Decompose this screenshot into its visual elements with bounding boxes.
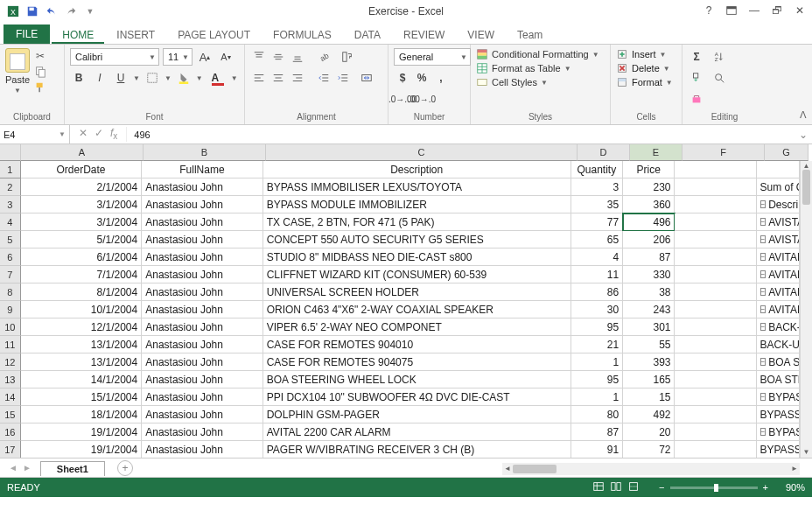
cell-quantity[interactable]: 95 bbox=[571, 318, 623, 336]
chevron-down-icon[interactable]: ▼ bbox=[231, 74, 238, 82]
help-button[interactable]: ? bbox=[702, 4, 716, 19]
delete-cells-button[interactable]: Delete▼ bbox=[616, 62, 676, 74]
header-cell[interactable]: FullName bbox=[142, 161, 262, 178]
cell-name[interactable]: Anastasiou John bbox=[142, 266, 262, 284]
align-left-icon[interactable] bbox=[250, 69, 268, 87]
increase-font-icon[interactable]: A▴ bbox=[196, 48, 214, 66]
sheet-nav-prev-icon[interactable]: ◄ bbox=[9, 463, 18, 472]
align-bottom-icon[interactable] bbox=[289, 48, 306, 66]
cell-group[interactable]: −AVITAL bbox=[757, 248, 801, 266]
select-all-corner[interactable] bbox=[0, 144, 21, 161]
row-header[interactable]: 9 bbox=[0, 301, 21, 318]
cell-price[interactable]: 496 bbox=[623, 214, 675, 231]
cell-quantity[interactable]: 95 bbox=[571, 371, 623, 388]
cell[interactable] bbox=[675, 196, 756, 214]
cell-date[interactable]: 3/1/2004 bbox=[21, 196, 142, 214]
cell-description[interactable]: BYPASS IMMOBILISER LEXUS/TOYOTA bbox=[263, 178, 571, 196]
cell-price[interactable]: 230 bbox=[623, 178, 675, 196]
cell-group[interactable]: −AVITAL 23 bbox=[757, 301, 801, 318]
wrap-text-button[interactable]: Wrap Text bbox=[341, 48, 354, 66]
cell-name[interactable]: Anastasiou John bbox=[142, 178, 262, 196]
paste-button[interactable]: Paste ▼ bbox=[5, 48, 30, 94]
cell-date[interactable]: 19/1/2004 bbox=[21, 441, 142, 458]
cell[interactable] bbox=[675, 371, 756, 388]
cell-price[interactable]: 330 bbox=[623, 266, 675, 284]
cell-description[interactable]: BYPASS MODULE IMMOBILIZER bbox=[263, 196, 571, 214]
cell-description[interactable]: ORION C463 4"X6" 2-WAY COAXIAL SPEAKER bbox=[263, 301, 571, 318]
cell-description[interactable]: CLIFFNET WIZARD KIT (CONSUMER) 60-539 bbox=[263, 266, 571, 284]
borders-icon[interactable] bbox=[144, 69, 161, 87]
tab-team[interactable]: Team bbox=[507, 26, 553, 44]
row-header[interactable]: 13 bbox=[0, 371, 21, 388]
bold-button[interactable]: B bbox=[70, 69, 88, 87]
enter-formula-icon[interactable]: ✓ bbox=[94, 127, 103, 141]
collapse-icon[interactable]: − bbox=[760, 288, 766, 296]
row-header[interactable]: 4 bbox=[0, 214, 21, 231]
cell-group[interactable]: BOA STEE bbox=[757, 371, 801, 388]
cell-quantity[interactable]: 87 bbox=[571, 424, 623, 441]
cell-date[interactable]: 14/1/2004 bbox=[21, 371, 142, 388]
increase-indent-icon[interactable] bbox=[334, 69, 352, 87]
scroll-right-icon[interactable]: ► bbox=[789, 463, 800, 475]
formula-input[interactable]: 496 bbox=[127, 130, 794, 140]
cell[interactable] bbox=[675, 388, 756, 406]
align-middle-icon[interactable] bbox=[270, 48, 287, 66]
cell-name[interactable]: Anastasiou John bbox=[142, 231, 262, 248]
cell-name[interactable]: Anastasiou John bbox=[142, 318, 262, 336]
cell-group[interactable]: Sum of Q bbox=[757, 178, 801, 196]
name-box[interactable]: E4▼ bbox=[0, 125, 70, 144]
row-header[interactable]: 16 bbox=[0, 424, 21, 441]
row-header[interactable]: 17 bbox=[0, 441, 21, 458]
cell-price[interactable]: 165 bbox=[623, 371, 675, 388]
align-center-icon[interactable] bbox=[270, 69, 287, 87]
cell-price[interactable]: 492 bbox=[623, 406, 675, 424]
cell-quantity[interactable]: 1 bbox=[571, 388, 623, 406]
header-cell[interactable]: Quantity bbox=[571, 161, 623, 178]
cell[interactable] bbox=[675, 354, 756, 371]
cell-quantity[interactable]: 86 bbox=[571, 284, 623, 301]
horizontal-scrollbar[interactable]: ◄ ► bbox=[502, 463, 800, 475]
collapse-icon[interactable]: − bbox=[760, 218, 766, 226]
row-header[interactable]: 2 bbox=[0, 178, 21, 196]
new-sheet-button[interactable]: + bbox=[117, 460, 133, 476]
cell[interactable] bbox=[675, 266, 756, 284]
column-header[interactable]: A bbox=[21, 144, 144, 161]
cell-quantity[interactable]: 30 bbox=[571, 301, 623, 318]
zoom-in-button[interactable]: + bbox=[763, 482, 768, 493]
cell-description[interactable]: UNIVERSAL SCREEN HOLDER bbox=[263, 284, 571, 301]
cell-date[interactable]: 13/1/2004 bbox=[21, 354, 142, 371]
merge-center-button[interactable] bbox=[360, 69, 373, 87]
column-header[interactable]: E bbox=[630, 144, 682, 161]
cut-icon[interactable]: ✂ bbox=[33, 49, 47, 63]
cell-price[interactable]: 206 bbox=[623, 231, 675, 248]
cell-name[interactable]: Anastasiou John bbox=[142, 214, 262, 231]
copy-icon[interactable] bbox=[33, 65, 47, 79]
tab-home[interactable]: HOME bbox=[52, 26, 104, 44]
collapse-icon[interactable]: − bbox=[760, 305, 766, 313]
cell-description[interactable]: STUDIO 8" MIDBASS NEO DIE-CAST s800 bbox=[263, 248, 571, 266]
clear-icon[interactable] bbox=[688, 90, 705, 108]
number-format-combo[interactable]: General▼ bbox=[394, 48, 471, 66]
decrease-indent-icon[interactable] bbox=[315, 69, 332, 87]
cell-quantity[interactable]: 1 bbox=[571, 354, 623, 371]
cell[interactable] bbox=[675, 214, 756, 231]
collapse-icon[interactable]: − bbox=[760, 428, 766, 436]
cell-price[interactable]: 360 bbox=[623, 196, 675, 214]
cell-quantity[interactable]: 35 bbox=[571, 196, 623, 214]
cell-date[interactable]: 6/1/2004 bbox=[21, 248, 142, 266]
row-header[interactable]: 15 bbox=[0, 406, 21, 424]
cell-name[interactable]: Anastasiou John bbox=[142, 371, 262, 388]
cell-group[interactable]: BACK-UP bbox=[757, 336, 801, 354]
cancel-formula-icon[interactable]: ✕ bbox=[79, 127, 88, 141]
row-header[interactable]: 11 bbox=[0, 336, 21, 354]
collapse-icon[interactable]: − bbox=[760, 358, 766, 366]
cell-price[interactable]: 15 bbox=[623, 388, 675, 406]
sheet-tab[interactable]: Sheet1 bbox=[40, 461, 105, 476]
tab-data[interactable]: DATA bbox=[344, 26, 391, 44]
tab-formulas[interactable]: FORMULAS bbox=[262, 26, 342, 44]
format-as-table-button[interactable]: Format as Table▼ bbox=[476, 62, 605, 74]
cell-date[interactable]: 10/1/2004 bbox=[21, 301, 142, 318]
decrease-font-icon[interactable]: A▾ bbox=[217, 48, 234, 66]
tab-file[interactable]: FILE bbox=[4, 24, 50, 44]
cell[interactable] bbox=[675, 248, 756, 266]
